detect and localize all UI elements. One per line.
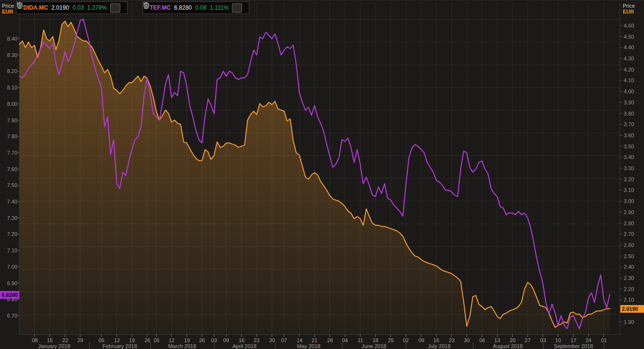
left-axis-tick-label: 7.50 xyxy=(1,182,17,188)
left-axis-tick-label: 7.60 xyxy=(1,166,17,172)
left-axis-tick-label: 7.90 xyxy=(1,117,17,123)
right-axis-title: Price xyxy=(623,3,635,9)
tef-current-price-tag: 6.8280 xyxy=(0,291,19,299)
x-axis-month-label: April 2018 xyxy=(232,343,257,349)
dida-current-price-tag: 2.0190 xyxy=(620,305,644,313)
price-chart-plot-area[interactable] xyxy=(0,0,644,349)
right-axis-tick-label: 3.40 xyxy=(624,154,634,160)
right-axis-tick-label: 4.00 xyxy=(624,88,634,94)
left-axis-header: Price EUR xyxy=(2,3,14,15)
x-axis-month-label: January 2018 xyxy=(38,343,71,349)
left-axis-tick-label: 7.00 xyxy=(1,264,17,270)
x-axis-day-label: 12 xyxy=(169,337,174,343)
right-axis-tick-label: 3.10 xyxy=(624,187,634,193)
x-axis-day-label: 17 xyxy=(571,337,576,343)
chevron-down-icon[interactable] xyxy=(232,3,242,13)
right-axis-tick-label: 3.50 xyxy=(624,144,634,149)
month-separator xyxy=(473,342,473,349)
right-axis-tick-label: 2.60 xyxy=(624,242,634,248)
left-axis-tick-label: 8.30 xyxy=(1,52,17,58)
left-axis-tick-label: 6.70 xyxy=(1,313,17,319)
x-axis-day-label: 27 xyxy=(525,337,530,343)
x-axis-month-label: August 2018 xyxy=(493,343,523,349)
x-axis-day-label: 20 xyxy=(510,337,515,343)
left-axis-unit: EUR xyxy=(2,9,14,15)
price-change: 0.03 xyxy=(72,4,84,11)
right-axis-tick-label: 4.10 xyxy=(624,77,634,83)
x-axis-day-label: 24 xyxy=(586,337,591,343)
right-axis-tick-label: 2.50 xyxy=(624,253,634,259)
month-separator xyxy=(214,342,215,349)
left-axis-tick-label: 7.80 xyxy=(1,133,17,139)
right-axis-tick-label: 3.90 xyxy=(624,100,634,105)
right-axis-tick-label: 4.50 xyxy=(624,34,634,40)
right-axis-tick-label: 3.80 xyxy=(624,111,634,116)
right-axis-tick-label: 2.80 xyxy=(624,220,634,226)
x-axis-day-label: 26 xyxy=(199,337,205,343)
month-separator xyxy=(89,342,90,349)
x-axis-day-label: 12 xyxy=(114,337,120,343)
left-axis-tick-label: 8.40 xyxy=(1,36,17,42)
x-axis-day-label: 09 xyxy=(223,337,229,343)
right-axis-tick-label: 2.40 xyxy=(624,264,634,270)
x-axis-month-label: February 2018 xyxy=(102,343,137,349)
left-axis-tick-label: 7.10 xyxy=(1,247,17,253)
x-axis-day-label: 22 xyxy=(62,337,68,343)
month-separator xyxy=(543,342,544,349)
right-axis-tick-label: 1.90 xyxy=(624,319,634,325)
x-axis-day-label: 15 xyxy=(47,337,53,343)
right-axis-tick-label: 2.30 xyxy=(624,275,634,281)
price-change-percent: 1.111% xyxy=(210,4,229,11)
legend-chip-dida[interactable]: DIDA.MC 2.0190 0.03 1.279% xyxy=(16,1,128,14)
right-axis-unit: EUR xyxy=(623,9,635,15)
x-axis-day-label: 29 xyxy=(77,337,83,343)
x-axis-day-label: 07 xyxy=(281,337,287,343)
x-axis-day-label: 18 xyxy=(372,337,378,343)
x-axis-day-label: 30 xyxy=(269,337,275,343)
x-axis-day-label: 04 xyxy=(342,337,348,343)
right-axis-tick-label: 2.70 xyxy=(624,231,634,237)
x-axis-day-label: 21 xyxy=(312,337,317,343)
x-axis-month-label: September 2018 xyxy=(554,343,593,349)
price-change-percent: 1.279% xyxy=(87,4,107,11)
x-axis-day-label: 25 xyxy=(388,337,394,343)
month-separator xyxy=(342,342,343,349)
x-axis-day-label: 05 xyxy=(154,337,159,343)
x-axis-day-label: 05 xyxy=(99,337,104,343)
left-axis-tick-label: 7.20 xyxy=(1,231,17,237)
symbol-label: TEF.MC xyxy=(150,4,171,11)
chart-window: Price EUR Price EUR 6.706.806.907.007.10… xyxy=(0,0,644,349)
right-axis-tick-label: 4.60 xyxy=(624,23,634,29)
left-axis-tick-label: 7.70 xyxy=(1,150,17,156)
x-axis-day-label: 10 xyxy=(555,337,561,343)
chevron-down-icon[interactable] xyxy=(110,3,120,13)
right-axis-tick-label: 2.20 xyxy=(624,286,634,292)
left-axis-title: Price xyxy=(2,3,14,9)
x-axis-month-label: June 2018 xyxy=(361,343,386,349)
left-axis-tick-label: 8.00 xyxy=(1,101,17,107)
x-axis-day-label: 26 xyxy=(144,337,150,343)
month-separator xyxy=(604,342,604,349)
x-axis-month-label: March 2018 xyxy=(168,343,196,349)
month-separator xyxy=(275,342,275,349)
x-axis-day-label: 19 xyxy=(129,337,135,343)
right-axis-tick-label: 3.20 xyxy=(624,176,634,182)
x-axis-month-label: July 2018 xyxy=(428,343,450,349)
legend-chip-tef[interactable]: TEF.MC 6.8280 0.08 1.111% xyxy=(143,1,249,14)
right-axis-tick-label: 4.20 xyxy=(624,67,634,73)
x-axis-day-label: 08 xyxy=(32,337,38,343)
month-separator xyxy=(150,342,151,349)
x-axis-day-label: 19 xyxy=(184,337,190,343)
right-axis-header: Price EUR xyxy=(623,3,635,15)
x-axis-day-label: 11 xyxy=(358,337,363,343)
x-axis-day-label: 14 xyxy=(297,337,302,343)
right-axis-tick-label: 2.10 xyxy=(624,297,634,303)
x-axis-day-label: 23 xyxy=(254,337,259,343)
left-axis-tick-label: 7.30 xyxy=(1,215,17,221)
x-axis-day-label: 16 xyxy=(433,337,439,343)
left-axis-tick-label: 7.40 xyxy=(1,199,17,204)
left-axis-tick-label: 6.90 xyxy=(1,280,17,286)
right-axis-tick-label: 2.90 xyxy=(624,209,634,215)
right-axis-tick-label: 3.30 xyxy=(624,165,634,171)
x-axis-day-label: 23 xyxy=(449,337,455,343)
